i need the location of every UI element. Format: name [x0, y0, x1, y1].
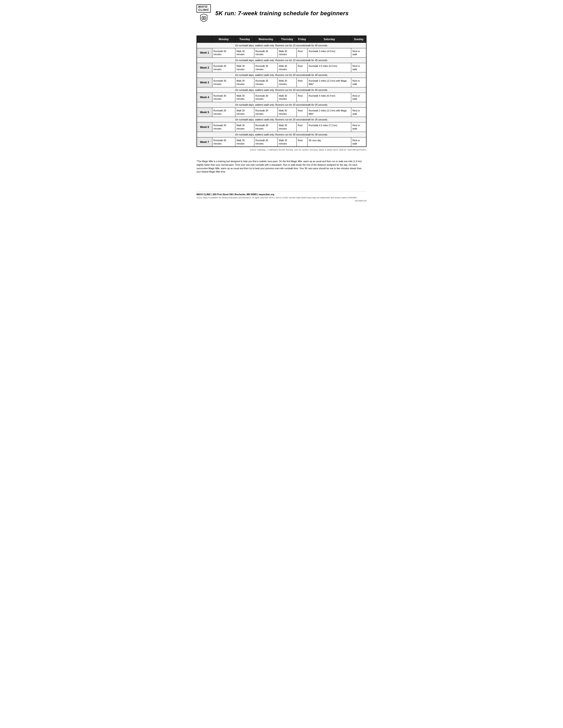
week-note-cell: On run/walk days, walkers walk only. Run…: [197, 57, 366, 63]
cell-friday: Rest: [297, 48, 308, 57]
logo-shield-icon: [200, 13, 208, 22]
cell-tuesday: Walk 30 minutes: [235, 78, 254, 87]
table-row: Week 1Run/walk 30 minutesWalk 30 minutes…: [197, 48, 366, 57]
col-header-week: [197, 36, 212, 43]
cell-saturday: Run/walk 2 miles (3.2 km) with Magic Mil…: [308, 108, 351, 117]
page-title: 5K run: 7-week training schedule for beg…: [215, 10, 349, 17]
week-note-cell: On run/walk days, walkers walk only. Run…: [197, 72, 366, 78]
cell-sunday: Rest or walk: [351, 108, 366, 117]
cell-monday: Run/walk 30 minutes: [212, 122, 235, 132]
table-row: Week 6Run/walk 30 minutesWalk 30 minutes…: [197, 122, 366, 132]
cell-thursday: Walk 30 minutes: [277, 137, 297, 147]
cell-monday: Run/walk 30 minutes: [212, 63, 235, 72]
week-label: Week 7: [197, 137, 212, 147]
cell-thursday: Walk 30 minutes: [277, 108, 297, 117]
cell-sunday: Rest or walk: [351, 137, 366, 147]
cell-wednesday: Run/walk 30 minutes: [254, 122, 277, 132]
cell-tuesday: Walk 30 minutes: [235, 137, 254, 147]
cell-friday: Rest: [297, 93, 308, 102]
col-header-friday: Friday: [297, 36, 308, 43]
col-header-tuesday: Tuesday: [235, 36, 254, 43]
week-label: Week 5: [197, 108, 212, 117]
cell-wednesday: Run/walk 30 minutes: [254, 78, 277, 87]
cell-saturday: Run/walk 4 miles (6.4 km): [308, 93, 351, 102]
col-header-thursday: Thursday: [277, 36, 297, 43]
page-footer: MAYO CLINIC | 200 First Street SW | Roch…: [196, 191, 367, 202]
cell-tuesday: Walk 30 minutes: [235, 48, 254, 57]
week-note-row: On run/walk days, walkers walk only. Run…: [197, 102, 366, 108]
table-row: Week 2Run/walk 30 minutesWalk 30 minutes…: [197, 63, 366, 72]
cell-saturday: Run/walk 3.5 miles (5.6 km): [308, 63, 351, 72]
week-note-row: On run/walk days, walkers walk only. Run…: [197, 57, 366, 63]
schedule-table: Monday Tuesday Wednesday Thursday Friday…: [196, 36, 367, 147]
cell-saturday: 5K race day: [308, 137, 351, 147]
table-row: Week 7Run/walk 30 minutesWalk 30 minutes…: [197, 137, 366, 147]
week-note-cell: On run/walk days, walkers walk only. Run…: [197, 87, 366, 93]
week-note-cell: On run/walk days, walkers walk only. Run…: [197, 132, 366, 137]
week-label: Week 3: [197, 78, 212, 87]
cell-wednesday: Run/walk 30 minutes: [254, 93, 277, 102]
cell-sunday: Rest or walk: [351, 93, 366, 102]
week-note-cell: On run/walk days, walkers walk only. Run…: [197, 117, 366, 122]
cell-wednesday: Run/walk 30 minutes: [254, 48, 277, 57]
week-note-row: On run/walk days, walkers walk only. Run…: [197, 43, 366, 48]
cell-monday: Run/walk 30 minutes: [212, 108, 235, 117]
cell-wednesday: Run/walk 30 minutes: [254, 108, 277, 117]
cell-friday: Rest: [297, 78, 308, 87]
cell-thursday: Walk 30 minutes: [277, 48, 297, 57]
cell-thursday: Walk 30 minutes: [277, 122, 297, 132]
cell-tuesday: Walk 30 minutes: [235, 122, 254, 132]
week-label: Week 1: [197, 48, 212, 57]
cell-sunday: Rest or walk: [351, 78, 366, 87]
cell-tuesday: Walk 30 minutes: [235, 63, 254, 72]
cell-saturday: Run/walk 3 miles (4.8 km): [308, 48, 351, 57]
cell-thursday: Walk 30 minutes: [277, 78, 297, 87]
cell-saturday: Run/walk 4.5 miles (7.2 km): [308, 122, 351, 132]
table-row: Week 4Run/walk 30 minutesWalk 30 minutes…: [197, 93, 366, 102]
week-note-row: On run/walk days, walkers walk only. Run…: [197, 72, 366, 78]
cell-monday: Run/walk 30 minutes: [212, 137, 235, 147]
footer-address: MAYO CLINIC | 200 First Street SW | Roch…: [196, 193, 367, 196]
cell-sunday: Rest or walk: [351, 63, 366, 72]
cell-wednesday: Run/walk 30 minutes: [254, 63, 277, 72]
page-header: MAYOCLINIC 5K run: 7-week training sched…: [196, 4, 367, 22]
cell-friday: Rest: [297, 137, 308, 147]
cell-tuesday: Walk 30 minutes: [235, 93, 254, 102]
week-label: Week 6: [197, 122, 212, 132]
week-note-row: On run/walk days, walkers walk only. Run…: [197, 87, 366, 93]
week-note-row: On run/walk days, walkers walk only. Run…: [197, 132, 366, 137]
week-note-row: On run/walk days, walkers walk only. Run…: [197, 117, 366, 122]
week-note-cell: On run/walk days, walkers walk only. Run…: [197, 102, 366, 108]
cell-monday: Run/walk 30 minutes: [212, 93, 235, 102]
source-citation: Source: Galloway, J. Galloway's 5K/10K R…: [196, 149, 367, 151]
cell-thursday: Walk 30 minutes: [277, 63, 297, 72]
cell-monday: Run/walk 30 minutes: [212, 78, 235, 87]
col-header-monday: Monday: [212, 36, 235, 43]
cell-sunday: Rest or walk: [351, 48, 366, 57]
week-label: Week 4: [197, 93, 212, 102]
cell-wednesday: Run/walk 30 minutes: [254, 137, 277, 147]
week-note-cell: On run/walk days, walkers walk only. Run…: [197, 43, 366, 48]
table-row: Week 5Run/walk 30 minutesWalk 30 minutes…: [197, 108, 366, 117]
cell-friday: Rest: [297, 63, 308, 72]
col-header-saturday: Saturday: [308, 36, 351, 43]
cell-sunday: Rest or walk: [351, 122, 366, 132]
magic-mile-footnote: *The Magic Mile is a training tool desig…: [196, 160, 367, 174]
footer-copyright: ©2011 Mayo Foundation for Medical Educat…: [196, 197, 367, 199]
mayo-clinic-logo: MAYOCLINIC: [196, 4, 211, 22]
logo-text: MAYOCLINIC: [196, 4, 211, 13]
cell-saturday: Run/walk 2 miles (3.2 km) with Magic Mil…: [308, 78, 351, 87]
week-label: Week 2: [197, 63, 212, 72]
cell-tuesday: Walk 30 minutes: [235, 108, 254, 117]
col-header-sunday: Sunday: [351, 36, 366, 43]
cell-friday: Rest: [297, 122, 308, 132]
col-header-wednesday: Wednesday: [254, 36, 277, 43]
cell-thursday: Walk 30 minutes: [277, 93, 297, 102]
cell-monday: Run/walk 30 minutes: [212, 48, 235, 57]
table-row: Week 3Run/walk 30 minutesWalk 30 minutes…: [197, 78, 366, 87]
cell-friday: Rest: [297, 108, 308, 117]
footer-id: MC0498-105: [196, 200, 367, 202]
